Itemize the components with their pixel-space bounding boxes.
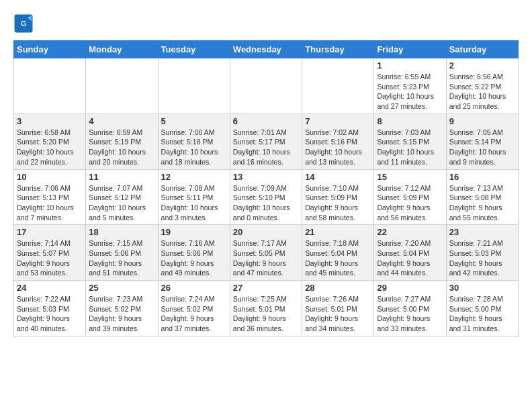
day-info: Sunrise: 7:25 AM Sunset: 5:01 PM Dayligh…: [233, 294, 299, 334]
day-number: 9: [449, 116, 515, 126]
calendar-cell: 16Sunrise: 7:13 AM Sunset: 5:08 PM Dayli…: [446, 169, 518, 225]
day-number: 10: [17, 172, 83, 182]
calendar-cell: [302, 58, 374, 114]
calendar-cell: 20Sunrise: 7:17 AM Sunset: 5:05 PM Dayli…: [230, 225, 302, 281]
day-info: Sunrise: 7:01 AM Sunset: 5:17 PM Dayligh…: [233, 128, 299, 167]
day-number: 17: [17, 227, 83, 237]
weekday-header-monday: Monday: [86, 41, 158, 58]
weekday-header-thursday: Thursday: [302, 41, 374, 58]
weekday-header-tuesday: Tuesday: [158, 41, 230, 58]
calendar-cell: 5Sunrise: 7:00 AM Sunset: 5:18 PM Daylig…: [158, 113, 230, 169]
calendar-table: SundayMondayTuesdayWednesdayThursdayFrid…: [13, 40, 519, 336]
calendar-cell: 22Sunrise: 7:20 AM Sunset: 5:04 PM Dayli…: [374, 225, 446, 281]
day-info: Sunrise: 7:21 AM Sunset: 5:03 PM Dayligh…: [449, 238, 515, 278]
calendar-cell: 24Sunrise: 7:22 AM Sunset: 5:03 PM Dayli…: [14, 281, 86, 336]
day-info: Sunrise: 7:00 AM Sunset: 5:18 PM Dayligh…: [161, 128, 227, 167]
calendar-cell: 2Sunrise: 6:56 AM Sunset: 5:22 PM Daylig…: [446, 58, 518, 114]
calendar-cell: [86, 58, 158, 114]
weekday-header-saturday: Saturday: [446, 41, 518, 58]
day-info: Sunrise: 7:16 AM Sunset: 5:06 PM Dayligh…: [161, 238, 227, 278]
day-info: Sunrise: 7:06 AM Sunset: 5:13 PM Dayligh…: [17, 183, 83, 223]
day-info: Sunrise: 7:18 AM Sunset: 5:04 PM Dayligh…: [305, 238, 371, 278]
day-number: 15: [377, 172, 443, 182]
day-number: 20: [233, 227, 299, 237]
day-number: 28: [305, 283, 371, 293]
weekday-header-sunday: Sunday: [14, 41, 86, 58]
calendar-week-1: 1Sunrise: 6:55 AM Sunset: 5:23 PM Daylig…: [14, 58, 519, 114]
day-info: Sunrise: 7:26 AM Sunset: 5:01 PM Dayligh…: [305, 294, 371, 334]
day-info: Sunrise: 7:15 AM Sunset: 5:06 PM Dayligh…: [89, 238, 154, 278]
day-number: 26: [161, 283, 227, 293]
day-number: 12: [161, 172, 227, 182]
day-number: 3: [17, 116, 83, 126]
day-number: 18: [89, 227, 154, 237]
day-number: 13: [233, 172, 299, 182]
day-number: 30: [449, 283, 515, 293]
calendar-cell: 9Sunrise: 7:05 AM Sunset: 5:14 PM Daylig…: [446, 113, 518, 169]
day-number: 25: [89, 283, 154, 293]
day-info: Sunrise: 6:59 AM Sunset: 5:19 PM Dayligh…: [89, 128, 154, 167]
calendar-header-row: SundayMondayTuesdayWednesdayThursdayFrid…: [14, 41, 519, 58]
logo: G: [13, 13, 36, 34]
day-info: Sunrise: 7:07 AM Sunset: 5:12 PM Dayligh…: [89, 183, 154, 223]
calendar-cell: [158, 58, 230, 114]
calendar-week-5: 24Sunrise: 7:22 AM Sunset: 5:03 PM Dayli…: [14, 281, 519, 336]
calendar-week-4: 17Sunrise: 7:14 AM Sunset: 5:07 PM Dayli…: [14, 225, 519, 281]
day-info: Sunrise: 6:56 AM Sunset: 5:22 PM Dayligh…: [449, 72, 515, 111]
calendar-cell: 8Sunrise: 7:03 AM Sunset: 5:15 PM Daylig…: [374, 113, 446, 169]
calendar-week-2: 3Sunrise: 6:58 AM Sunset: 5:20 PM Daylig…: [14, 113, 519, 169]
day-info: Sunrise: 7:14 AM Sunset: 5:07 PM Dayligh…: [17, 238, 83, 278]
day-info: Sunrise: 7:10 AM Sunset: 5:09 PM Dayligh…: [305, 183, 371, 223]
calendar-cell: 29Sunrise: 7:27 AM Sunset: 5:00 PM Dayli…: [374, 281, 446, 336]
svg-text:G: G: [21, 19, 26, 28]
logo-icon: G: [13, 13, 34, 34]
day-number: 16: [449, 172, 515, 182]
calendar-cell: 12Sunrise: 7:08 AM Sunset: 5:11 PM Dayli…: [158, 169, 230, 225]
calendar-cell: [230, 58, 302, 114]
calendar-cell: 4Sunrise: 6:59 AM Sunset: 5:19 PM Daylig…: [86, 113, 158, 169]
calendar-cell: 7Sunrise: 7:02 AM Sunset: 5:16 PM Daylig…: [302, 113, 374, 169]
calendar-cell: 21Sunrise: 7:18 AM Sunset: 5:04 PM Dayli…: [302, 225, 374, 281]
calendar-cell: 23Sunrise: 7:21 AM Sunset: 5:03 PM Dayli…: [446, 225, 518, 281]
day-number: 24: [17, 283, 83, 293]
day-info: Sunrise: 6:55 AM Sunset: 5:23 PM Dayligh…: [377, 72, 443, 111]
page-header: G: [13, 13, 519, 34]
day-info: Sunrise: 6:58 AM Sunset: 5:20 PM Dayligh…: [17, 128, 83, 167]
day-number: 22: [377, 227, 443, 237]
day-number: 6: [233, 116, 299, 126]
calendar-cell: 17Sunrise: 7:14 AM Sunset: 5:07 PM Dayli…: [14, 225, 86, 281]
weekday-header-wednesday: Wednesday: [230, 41, 302, 58]
day-info: Sunrise: 7:23 AM Sunset: 5:02 PM Dayligh…: [89, 294, 154, 334]
day-number: 23: [449, 227, 515, 237]
day-number: 8: [377, 116, 443, 126]
calendar-cell: [14, 58, 86, 114]
calendar-cell: 26Sunrise: 7:24 AM Sunset: 5:02 PM Dayli…: [158, 281, 230, 336]
day-info: Sunrise: 7:02 AM Sunset: 5:16 PM Dayligh…: [305, 128, 371, 167]
day-number: 5: [161, 116, 227, 126]
day-info: Sunrise: 7:17 AM Sunset: 5:05 PM Dayligh…: [233, 238, 299, 278]
day-number: 1: [377, 60, 443, 71]
calendar-cell: 10Sunrise: 7:06 AM Sunset: 5:13 PM Dayli…: [14, 169, 86, 225]
calendar-cell: 19Sunrise: 7:16 AM Sunset: 5:06 PM Dayli…: [158, 225, 230, 281]
day-info: Sunrise: 7:28 AM Sunset: 5:00 PM Dayligh…: [449, 294, 515, 334]
day-number: 29: [377, 283, 443, 293]
calendar-cell: 14Sunrise: 7:10 AM Sunset: 5:09 PM Dayli…: [302, 169, 374, 225]
day-number: 21: [305, 227, 371, 237]
weekday-header-friday: Friday: [374, 41, 446, 58]
calendar-cell: 3Sunrise: 6:58 AM Sunset: 5:20 PM Daylig…: [14, 113, 86, 169]
day-number: 14: [305, 172, 371, 182]
calendar-cell: 30Sunrise: 7:28 AM Sunset: 5:00 PM Dayli…: [446, 281, 518, 336]
day-info: Sunrise: 7:22 AM Sunset: 5:03 PM Dayligh…: [17, 294, 83, 334]
day-info: Sunrise: 7:24 AM Sunset: 5:02 PM Dayligh…: [161, 294, 227, 334]
day-number: 19: [161, 227, 227, 237]
calendar-cell: 28Sunrise: 7:26 AM Sunset: 5:01 PM Dayli…: [302, 281, 374, 336]
day-number: 4: [89, 116, 154, 126]
day-number: 7: [305, 116, 371, 126]
day-number: 2: [449, 60, 515, 71]
calendar-cell: 15Sunrise: 7:12 AM Sunset: 5:09 PM Dayli…: [374, 169, 446, 225]
calendar-cell: 1Sunrise: 6:55 AM Sunset: 5:23 PM Daylig…: [374, 58, 446, 114]
day-info: Sunrise: 7:09 AM Sunset: 5:10 PM Dayligh…: [233, 183, 299, 223]
day-info: Sunrise: 7:03 AM Sunset: 5:15 PM Dayligh…: [377, 128, 443, 167]
day-info: Sunrise: 7:27 AM Sunset: 5:00 PM Dayligh…: [377, 294, 443, 334]
day-info: Sunrise: 7:05 AM Sunset: 5:14 PM Dayligh…: [449, 128, 515, 167]
